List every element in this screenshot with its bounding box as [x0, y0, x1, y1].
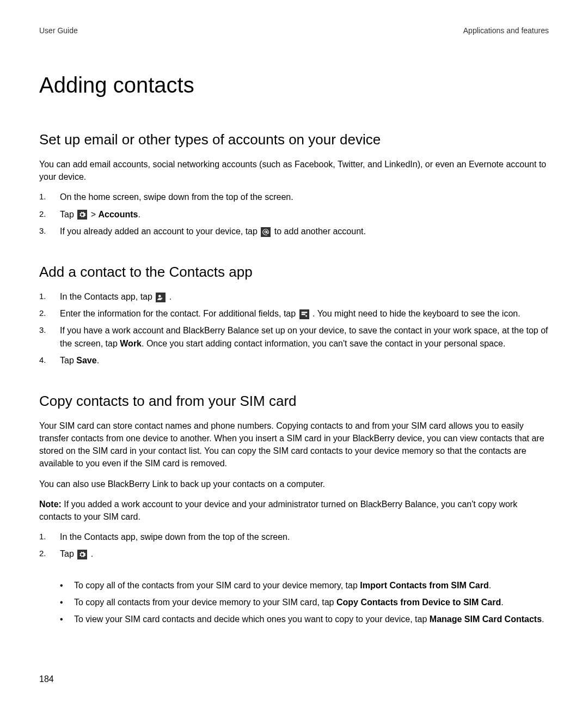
note-text: If you added a work account to your devi… [39, 500, 517, 521]
text: If you already added an account to your … [60, 227, 260, 236]
list-item: In the Contacts app, swipe down from the… [39, 531, 549, 543]
list-item: Tap > Accounts. [39, 208, 549, 221]
save-label: Save [76, 356, 96, 365]
settings-gear-icon [77, 550, 87, 559]
text: to add another account. [274, 227, 366, 236]
list-item: Enter the information for the contact. F… [39, 307, 549, 320]
section-heading-setup: Set up email or other types of accounts … [39, 131, 549, 148]
note-label: Note: [39, 500, 62, 509]
text: To view your SIM card contacts and decid… [74, 614, 430, 624]
sim-note: Note: If you added a work account to you… [39, 498, 549, 523]
text: . [501, 598, 503, 607]
sim-paragraph-1: Your SIM card can store contact names an… [39, 419, 549, 470]
sim-paragraph-2: You can also use BlackBerry Link to back… [39, 478, 549, 490]
list-item: To view your SIM card contacts and decid… [60, 613, 549, 625]
work-label: Work [120, 339, 142, 348]
add-contact-steps: In the Contacts app, tap . Enter the inf… [39, 290, 549, 371]
setup-steps: On the home screen, swipe down from the … [39, 191, 549, 242]
text: Tap [60, 549, 76, 558]
accounts-label: Accounts [99, 210, 138, 219]
section-heading-sim: Copy contacts to and from your SIM card [39, 393, 549, 410]
list-item: On the home screen, swipe down from the … [39, 191, 549, 203]
add-contact-icon [156, 293, 166, 302]
list-item: To copy all contacts from your device me… [60, 596, 549, 608]
text: Tap [60, 356, 76, 365]
page-title: Adding contacts [39, 73, 549, 98]
sim-steps: In the Contacts app, swipe down from the… [39, 531, 549, 564]
text: . [542, 614, 544, 624]
text: . You might need to hide the keyboard to… [313, 309, 520, 318]
sim-bullets: To copy all of the contacts from your SI… [60, 579, 549, 630]
list-item: In the Contacts app, tap . [39, 290, 549, 303]
text: . [138, 210, 140, 219]
list-item: To copy all of the contacts from your SI… [60, 579, 549, 592]
page-number: 184 [39, 658, 549, 684]
page-header: User Guide Applications and features [39, 26, 549, 35]
text: To copy all of the contacts from your SI… [74, 581, 360, 590]
text: . [169, 292, 171, 301]
settings-gear-icon [77, 210, 87, 220]
text: . Once you start adding contact informat… [142, 339, 505, 348]
text: In the Contacts app, tap [60, 292, 155, 301]
manage-sim-label: Manage SIM Card Contacts [430, 614, 542, 624]
import-contacts-label: Import Contacts from SIM Card [360, 581, 488, 590]
header-left: User Guide [39, 26, 78, 35]
header-right: Applications and features [463, 26, 549, 35]
additional-fields-icon [299, 309, 309, 319]
text: Tap [60, 210, 76, 219]
text: Enter the information for the contact. F… [60, 309, 298, 318]
text: To copy all contacts from your device me… [74, 598, 336, 607]
setup-intro: You can add email accounts, social netwo… [39, 158, 549, 183]
list-item: Tap . [39, 547, 549, 560]
copy-contacts-label: Copy Contacts from Device to SIM Card [336, 598, 501, 607]
text: . [97, 356, 99, 365]
text: > [91, 210, 99, 219]
section-heading-add-contact: Add a contact to the Contacts app [39, 264, 549, 281]
list-item: Tap Save. [39, 354, 549, 367]
text: . [489, 581, 491, 590]
text: . [91, 549, 93, 558]
list-item: If you have a work account and BlackBerr… [39, 324, 549, 349]
list-item: If you already added an account to your … [39, 225, 549, 238]
add-account-at-icon [261, 227, 271, 237]
